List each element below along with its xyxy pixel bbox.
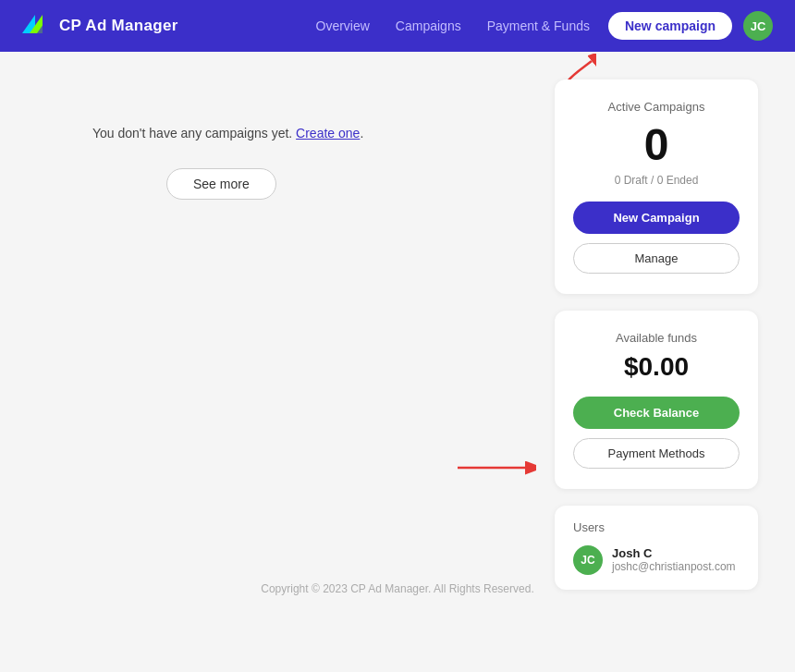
new-campaign-header-button[interactable]: New campaign (608, 12, 732, 40)
see-more-button[interactable]: See more (166, 168, 276, 200)
new-campaign-card-button[interactable]: New Campaign (573, 202, 740, 234)
campaign-count: 0 (573, 121, 740, 170)
nav-overview[interactable]: Overview (316, 18, 370, 33)
footer-text: Copyright © 2023 CP Ad Manager. All Righ… (261, 582, 533, 595)
logo-icon (22, 11, 52, 41)
users-section-title: Users (573, 520, 740, 534)
funds-card: Available funds $0.00 Check Balance Paym… (555, 311, 758, 489)
left-content: You don't have any campaigns yet. Create… (37, 79, 532, 590)
footer: Copyright © 2023 CP Ad Manager. All Righ… (0, 564, 795, 610)
user-avatar-header[interactable]: JC (743, 11, 773, 41)
logo-area: CP Ad Manager (22, 11, 178, 41)
campaigns-card-title: Active Campaigns (573, 100, 740, 114)
header: CP Ad Manager Overview Campaigns Payment… (0, 0, 795, 52)
funds-card-title: Available funds (573, 331, 740, 345)
logo-text: CP Ad Manager (59, 17, 178, 35)
user-name: Josh C (612, 546, 736, 560)
main-content: You don't have any campaigns yet. Create… (0, 52, 795, 617)
nav-payment-funds[interactable]: Payment & Funds (487, 18, 590, 33)
payment-methods-button[interactable]: Payment Methods (573, 438, 740, 469)
funds-amount: $0.00 (573, 352, 740, 382)
manage-button[interactable]: Manage (573, 243, 740, 274)
nav-campaigns[interactable]: Campaigns (396, 18, 461, 33)
create-one-link[interactable]: Create one (296, 126, 360, 141)
no-campaigns-message: You don't have any campaigns yet. Create… (92, 126, 363, 141)
check-balance-button[interactable]: Check Balance (573, 397, 740, 429)
draft-ended-text: 0 Draft / 0 Ended (573, 174, 740, 187)
campaigns-card: Active Campaigns 0 0 Draft / 0 Ended New… (555, 79, 758, 294)
main-nav: Overview Campaigns Payment & Funds (316, 18, 590, 33)
right-sidebar: Active Campaigns 0 0 Draft / 0 Ended New… (555, 79, 758, 590)
